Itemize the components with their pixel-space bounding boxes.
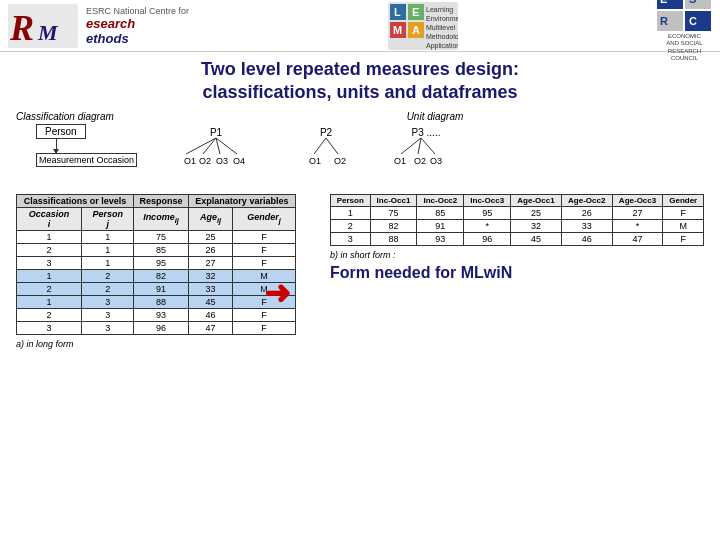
table-row: 218526F <box>17 243 296 256</box>
short-form-table-body: 1758595252627F28291*3233*M3889396454647F <box>331 206 704 245</box>
svg-text:Multilevel: Multilevel <box>426 24 456 31</box>
svg-text:O2: O2 <box>199 156 211 166</box>
svg-text:Environment for: Environment for <box>426 15 458 22</box>
table-sub-header-row: Occasioni Personj Incomeij Ageij Genderj <box>17 207 296 230</box>
long-form-table: Classifications or levels Response Expla… <box>16 194 296 335</box>
red-arrow: ➜ <box>264 274 291 312</box>
rm-logo: R M <box>8 4 78 48</box>
methods-text: ethods <box>86 31 189 46</box>
class-arrow-line <box>56 139 57 153</box>
ncsr-text: ESRC National Centre for <box>86 6 189 16</box>
table-row: 229133M <box>17 282 296 295</box>
short-form-header-row: PersonInc-Occ1Inc-Occ2Inc-Occ3Age-Occ1Ag… <box>331 194 704 206</box>
unit-diagram-title: Unit diagram <box>166 111 704 122</box>
svg-text:Methodology and: Methodology and <box>426 33 458 41</box>
svg-text:O1: O1 <box>184 156 196 166</box>
svg-text:P1: P1 <box>210 127 223 138</box>
short-form-table-row: 1758595252627F <box>331 206 704 219</box>
svg-line-26 <box>186 138 216 154</box>
svg-text:O3: O3 <box>430 156 442 166</box>
arrow-head <box>53 149 59 154</box>
svg-text:O4: O4 <box>233 156 245 166</box>
sub-gender: Genderj <box>233 207 296 230</box>
short-form-table-row: 3889396454647F <box>331 232 704 245</box>
lemma-svg: L E M A Learning Environment for Multile… <box>388 2 458 50</box>
right-section: PersonInc-Occ1Inc-Occ2Inc-Occ3Age-Occ1Ag… <box>330 194 704 282</box>
col-explanatory: Explanatory variables <box>188 194 295 207</box>
short-form-table-row: 28291*3233*M <box>331 219 704 232</box>
logo-text-block: ESRC National Centre for esearch ethods <box>86 6 189 46</box>
svg-text:L: L <box>394 6 401 18</box>
svg-text:Learning: Learning <box>426 6 453 14</box>
svg-text:Applications: Applications <box>426 42 458 50</box>
research-text: esearch <box>86 16 189 31</box>
person-box: Person <box>36 124 86 139</box>
classification-diagram-title: Classification diagram <box>16 111 166 122</box>
svg-text:M: M <box>37 20 59 45</box>
long-form-table-body: 117525F218526F319527F128232M229133M13884… <box>17 230 296 334</box>
esrc-label: ECONOMICAND SOCIALRESEARCHCOUNCIL <box>666 33 702 62</box>
header: R M ESRC National Centre for esearch eth… <box>0 0 720 52</box>
unit-tree-svg: P1 O1 O2 O3 O4 P2 O1 O2 P3 ..... <box>166 124 546 184</box>
sub-person-j: Personj <box>82 207 134 230</box>
svg-text:M: M <box>393 24 402 36</box>
svg-text:R: R <box>660 15 668 27</box>
table-row: 117525F <box>17 230 296 243</box>
class-nodes: Person Measurement Occasion <box>36 124 166 167</box>
sub-income: Incomeij <box>134 207 189 230</box>
table-row: 239346F <box>17 308 296 321</box>
tables-row: Classifications or levels Response Expla… <box>16 194 704 349</box>
svg-line-42 <box>421 138 435 154</box>
long-form-section: Classifications or levels Response Expla… <box>16 194 296 349</box>
lemma-logo: L E M A Learning Environment for Multile… <box>388 2 458 50</box>
table-header-row1: Classifications or levels Response Expla… <box>17 194 296 207</box>
classification-diagram: Classification diagram Person Measuremen… <box>16 111 166 188</box>
sub-age: Ageij <box>188 207 232 230</box>
short-form-table: PersonInc-Occ1Inc-Occ2Inc-Occ3Age-Occ1Ag… <box>330 194 704 246</box>
svg-text:E: E <box>412 6 419 18</box>
svg-text:O3: O3 <box>216 156 228 166</box>
diagrams-row: Classification diagram Person Measuremen… <box>16 111 704 188</box>
svg-text:P2: P2 <box>320 127 333 138</box>
table-row: 319527F <box>17 256 296 269</box>
main-title: Two level repeated measures design: clas… <box>16 58 704 105</box>
svg-text:S: S <box>689 0 696 5</box>
b-short-form: b) in short form : <box>330 250 704 260</box>
svg-line-35 <box>314 138 326 154</box>
svg-line-36 <box>326 138 338 154</box>
svg-text:A: A <box>412 24 420 36</box>
sub-occasion-i: Occasioni <box>17 207 82 230</box>
table-row: 339647F <box>17 321 296 334</box>
table-row: 128232M <box>17 269 296 282</box>
svg-text:O2: O2 <box>334 156 346 166</box>
rm-logo-svg: R M <box>8 4 78 48</box>
svg-text:O1: O1 <box>309 156 321 166</box>
esrc-logo-svg: E S R C <box>657 0 712 33</box>
col-class-levels: Classifications or levels <box>17 194 134 207</box>
table-row: 138845F <box>17 295 296 308</box>
svg-text:E: E <box>660 0 667 5</box>
main-content: Two level repeated measures design: clas… <box>0 52 720 355</box>
svg-text:O1: O1 <box>394 156 406 166</box>
svg-text:C: C <box>689 15 697 27</box>
header-left: R M ESRC National Centre for esearch eth… <box>8 4 189 48</box>
svg-line-27 <box>203 138 216 154</box>
svg-text:P3 .....: P3 ..... <box>412 127 441 138</box>
measurement-occasion-box: Measurement Occasion <box>36 153 137 167</box>
form-needed-label: Form needed for MLwiN <box>330 264 704 282</box>
a-in-long-form: a) in long form <box>16 339 296 349</box>
svg-text:R: R <box>9 8 34 48</box>
unit-diagram: Unit diagram P1 O1 O2 O3 O4 P2 O1 O2 P <box>166 111 704 188</box>
esrc-logo: E S R C ECONOMICAND SOCIALRESEARCHCOUNCI… <box>657 0 712 62</box>
col-response: Response <box>134 194 189 207</box>
svg-text:O2: O2 <box>414 156 426 166</box>
